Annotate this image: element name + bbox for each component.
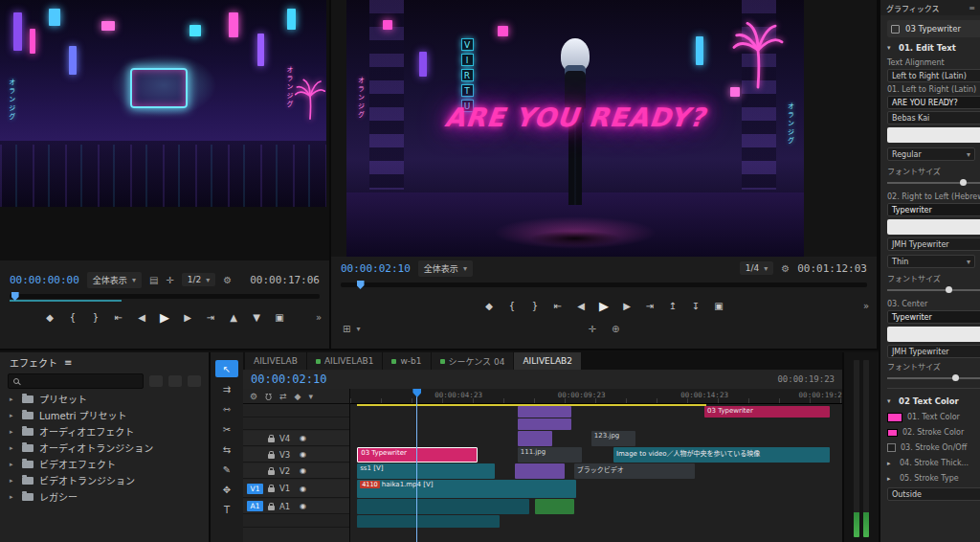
chevron-right-icon[interactable]: ▸	[10, 477, 16, 485]
overwrite-button[interactable]: ▼	[250, 312, 264, 323]
slider-knob[interactable]	[946, 286, 952, 293]
lock-icon[interactable]	[268, 454, 275, 459]
scrubber-track[interactable]	[341, 282, 867, 287]
text-color-swatch[interactable]	[887, 413, 902, 422]
source-timecode[interactable]: 00:00:00:00	[10, 274, 79, 286]
timeline-clip[interactable]	[518, 406, 572, 418]
effects-bin-audio-transitions[interactable]: ▸オーディオトランジション	[0, 440, 209, 456]
slip-tool-button[interactable]: ⇆	[215, 440, 238, 458]
step-back-button[interactable]: ◀	[574, 301, 589, 311]
source-patch-empty[interactable]	[247, 449, 263, 460]
eye-icon[interactable]: ◉	[300, 450, 306, 459]
text-input[interactable]: Typewriter	[887, 203, 980, 216]
delete-bin-icon[interactable]	[188, 375, 201, 387]
mark-in-button[interactable]: {	[505, 301, 520, 311]
program-fit-dropdown[interactable]: 全体表示▾	[418, 260, 473, 277]
chevron-right-icon[interactable]: ▸	[10, 493, 16, 501]
step-forward-button[interactable]: ▶	[181, 312, 195, 323]
effects-bin-video-effects[interactable]: ▸ビデオエフェクト	[0, 456, 209, 472]
go-to-out-button[interactable]: ⇥	[204, 312, 218, 323]
effects-bin-video-transitions[interactable]: ▸ビデオトランジション	[0, 472, 209, 488]
program-playhead[interactable]	[357, 281, 365, 289]
snap-icon[interactable]: Ω	[265, 392, 272, 401]
timeline-audio-clip[interactable]	[357, 499, 529, 514]
font-dropdown[interactable]: Bebas Kai▾	[887, 111, 980, 124]
lock-icon[interactable]	[268, 487, 275, 492]
chevron-right-icon[interactable]: ▸	[10, 428, 16, 436]
track-name[interactable]: A1	[279, 502, 295, 511]
type-tool-button[interactable]: T	[215, 501, 238, 518]
track-name[interactable]: V4	[279, 434, 295, 443]
timeline-clips-area[interactable]: 03 Typewriter 123.jpg 03 Typewriter 111.…	[350, 404, 842, 542]
tab-effects[interactable]: エフェクト ≡	[0, 352, 209, 372]
lock-icon[interactable]	[268, 470, 275, 475]
timeline-display-menu-icon[interactable]: ▾	[308, 392, 313, 401]
stroke-color-swatch[interactable]	[887, 429, 898, 437]
add-marker-button[interactable]: ◆	[482, 301, 497, 311]
sequence-tab[interactable]: AILIVELAB1	[307, 352, 383, 370]
pen-tool-button[interactable]: ✎	[215, 461, 238, 478]
source-scrubber[interactable]	[10, 291, 320, 304]
timeline-settings-icon[interactable]: ⚙	[250, 392, 257, 401]
timeline-clip[interactable]	[518, 431, 552, 446]
insert-button[interactable]: ▲	[227, 312, 241, 323]
new-custom-bin-icon[interactable]	[149, 375, 163, 387]
twirl-open-icon[interactable]: ▾	[887, 397, 895, 405]
effects-bin-audio-effects[interactable]: ▸オーディオエフェクト	[0, 423, 209, 440]
track-name[interactable]: V3	[279, 450, 295, 460]
mark-out-button[interactable]: }	[89, 312, 103, 323]
source-video-area[interactable]: オランジグ オランジグ	[0, 0, 329, 260]
track-header-a1[interactable]: A1A1◉	[243, 499, 349, 514]
text-input[interactable]: Typewriter	[887, 310, 980, 324]
timeline-timecode[interactable]: 00:00:02:10	[251, 373, 326, 386]
font-size-slider[interactable]	[887, 373, 980, 383]
track-name[interactable]: V1	[279, 484, 295, 493]
mark-in-button[interactable]: {	[66, 312, 80, 323]
source-patch-a1[interactable]: A1	[247, 501, 263, 511]
scrubber-track[interactable]	[10, 294, 320, 299]
source-patch-empty[interactable]	[247, 433, 263, 443]
source-fit-dropdown[interactable]: 全体表示▾	[87, 272, 142, 288]
step-forward-button[interactable]: ▶	[620, 301, 635, 311]
font-size-slider[interactable]	[887, 285, 980, 295]
source-patch-empty[interactable]	[247, 465, 263, 476]
sequence-tab[interactable]: w-b1	[383, 352, 430, 370]
add-marker-button[interactable]: ◆	[43, 312, 57, 323]
eye-icon[interactable]: ◉	[300, 466, 306, 475]
track-name[interactable]: V2	[279, 466, 295, 476]
hand-tool-button[interactable]: ✥	[215, 481, 238, 498]
chevron-right-icon[interactable]: ▸	[10, 395, 16, 403]
font-style-dropdown[interactable]: Thin▾	[887, 255, 975, 268]
program-resolution-dropdown[interactable]: 1/4▾	[740, 261, 774, 275]
program-video-area[interactable]: オランジグ オランジグ V I R T U ARE	[331, 0, 877, 257]
program-scrubber[interactable]	[341, 280, 867, 292]
timeline-clip-111jpg[interactable]: 111.jpg	[518, 447, 582, 463]
settings-wrench-icon[interactable]: ⚙	[223, 275, 232, 285]
font-size-slider[interactable]	[887, 178, 980, 188]
font-dropdown[interactable]: JMH Typewriter▾	[887, 345, 980, 358]
twirl-closed-icon[interactable]: ▸	[887, 475, 895, 483]
settings-wrench-icon[interactable]: ⚙	[781, 263, 790, 274]
timeline-clip-ss1[interactable]: ss1 [V]	[357, 463, 495, 479]
chevron-right-icon[interactable]: ▸	[10, 444, 16, 452]
twirl-open-icon[interactable]: ▾	[887, 44, 895, 52]
mark-out-button[interactable]: }	[528, 301, 543, 311]
stroke-type-dropdown[interactable]: Outside▾	[887, 487, 980, 501]
chevron-right-icon[interactable]: ▸	[10, 412, 16, 419]
source-patch-v1[interactable]: V1	[247, 484, 263, 494]
effects-bin-legacy[interactable]: ▸レガシー	[0, 488, 209, 505]
track-header-v3[interactable]: V3◉	[243, 447, 349, 463]
anchor-icon[interactable]: ⊕	[612, 324, 619, 334]
timeline-playhead-line[interactable]	[416, 389, 417, 542]
layer-item-typewriter[interactable]: 03 Typewriter	[887, 20, 980, 37]
play-button[interactable]: ▶	[597, 299, 612, 313]
chevron-right-icon[interactable]: ▸	[10, 461, 16, 468]
twirl-closed-icon[interactable]: ▸	[887, 460, 895, 467]
sequence-tab-active[interactable]: AILIVELAB2	[514, 352, 581, 370]
eye-icon[interactable]: ◉	[300, 434, 306, 442]
linked-selection-icon[interactable]: ⇄	[279, 392, 287, 401]
track-header-v2[interactable]: V2◉	[243, 463, 349, 479]
program-timecode[interactable]: 00:00:02:10	[341, 262, 411, 275]
lock-icon[interactable]	[268, 438, 275, 442]
export-frame-button[interactable]: ▣	[273, 312, 287, 323]
